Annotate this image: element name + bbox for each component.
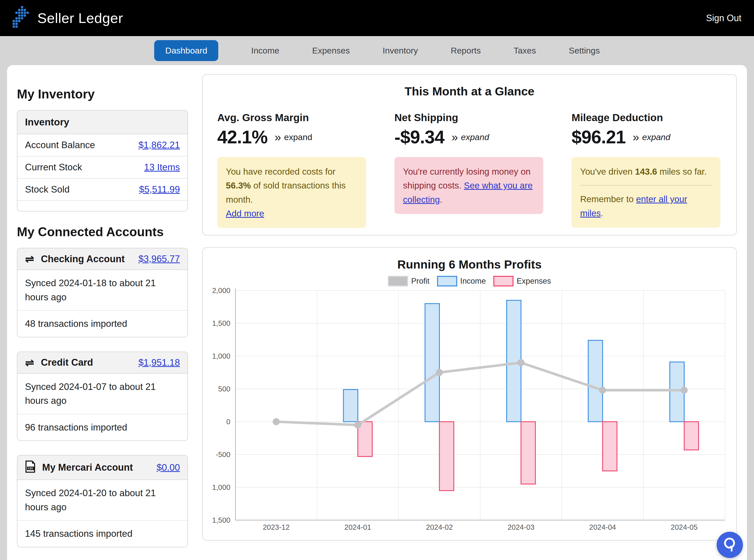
glance-card: This Month at a Glance Avg. Gross Margin… bbox=[202, 74, 737, 236]
account-synced-text: Synced 2024-01-07 to about 21 hours ago bbox=[17, 374, 187, 414]
account-name: My Mercari Account bbox=[42, 462, 133, 473]
account-card-header: ⇌ Credit Card $1,951.18 bbox=[17, 352, 187, 374]
metric-label: Avg. Gross Margin bbox=[217, 112, 366, 124]
inventory-table: Inventory Account Balance $1,862.21 Curr… bbox=[17, 110, 188, 212]
tab-dashboard[interactable]: Dashboard bbox=[154, 40, 218, 61]
metric-gross-margin: Avg. Gross Margin 42.1% » expand You hav… bbox=[217, 112, 366, 228]
legend-item-profit: Profit bbox=[388, 276, 429, 286]
gross-margin-alert: You have recorded costs for 56.3% of sol… bbox=[217, 157, 366, 228]
account-name: Credit Card bbox=[41, 357, 93, 368]
content-panel: My Inventory Inventory Account Balance $… bbox=[7, 65, 747, 560]
account-synced-text: Synced 2024-01-18 to about 21 hours ago bbox=[17, 270, 187, 311]
account-amount-link[interactable]: $0.00 bbox=[157, 462, 180, 473]
metric-value: 42.1% bbox=[217, 127, 267, 147]
divider bbox=[580, 185, 712, 185]
tab-inventory[interactable]: Inventory bbox=[383, 46, 418, 56]
bank-sync-icon: ⇌ bbox=[25, 253, 34, 264]
account-name: Checking Account bbox=[41, 254, 125, 264]
row-label: Stock Sold bbox=[25, 184, 70, 195]
account-card-mercari: CSV My Mercari Account $0.00 Synced 2024… bbox=[17, 455, 188, 547]
chart-legend: Profit Income Expenses bbox=[203, 276, 736, 286]
svg-text:2024-02: 2024-02 bbox=[426, 523, 453, 531]
pixel-arrow-logo-icon bbox=[13, 6, 32, 30]
bank-sync-icon: ⇌ bbox=[25, 357, 34, 368]
chat-bubble-icon bbox=[722, 537, 737, 553]
expenses-swatch-icon bbox=[493, 276, 513, 286]
app-title: Seller Ledger bbox=[37, 10, 123, 26]
chart-title: Running 6 Months Profits bbox=[203, 248, 736, 271]
glance-metrics: Avg. Gross Margin 42.1% » expand You hav… bbox=[203, 98, 736, 228]
metric-value: -$9.34 bbox=[394, 127, 444, 147]
inventory-section-title: My Inventory bbox=[17, 87, 188, 101]
main-nav: Dashboard Income Expenses Inventory Repo… bbox=[0, 36, 754, 65]
legend-item-expenses: Expenses bbox=[493, 276, 551, 286]
expand-control[interactable]: » expand bbox=[451, 131, 489, 143]
svg-text:500: 500 bbox=[218, 385, 230, 393]
double-chevron-icon: » bbox=[633, 131, 639, 143]
table-row-empty bbox=[17, 201, 187, 211]
account-amount-link[interactable]: $3,965.77 bbox=[138, 254, 180, 264]
account-card-checking: ⇌ Checking Account $3,965.77 Synced 2024… bbox=[17, 248, 188, 337]
profits-chart: 2,0001,5001,0005000-500-1,000-1,5002023-… bbox=[213, 287, 728, 536]
double-chevron-icon: » bbox=[274, 131, 281, 143]
table-row: Account Balance $1,862.21 bbox=[17, 134, 187, 157]
sidebar: My Inventory Inventory Account Balance $… bbox=[17, 74, 188, 560]
svg-text:2024-05: 2024-05 bbox=[671, 523, 697, 531]
account-card-header: ⇌ Checking Account $3,965.77 bbox=[17, 248, 187, 270]
svg-text:CSV: CSV bbox=[28, 467, 33, 470]
row-label: Current Stock bbox=[25, 162, 82, 173]
metric-label: Mileage Deduction bbox=[572, 112, 720, 124]
svg-text:2024-03: 2024-03 bbox=[507, 523, 534, 531]
app-header: Seller Ledger Sign Out bbox=[0, 0, 754, 36]
account-amount-link[interactable]: $1,951.18 bbox=[138, 357, 180, 368]
tab-income[interactable]: Income bbox=[251, 46, 279, 56]
inventory-table-header: Inventory bbox=[17, 111, 187, 134]
account-balance-link[interactable]: $1,862.21 bbox=[138, 140, 180, 151]
account-imported-text: 48 transactions imported bbox=[17, 311, 187, 337]
account-card-header: CSV My Mercari Account $0.00 bbox=[17, 456, 187, 480]
csv-file-icon: CSV bbox=[25, 461, 36, 475]
svg-text:2024-04: 2024-04 bbox=[589, 523, 616, 531]
table-row: Current Stock 13 Items bbox=[17, 157, 187, 179]
accounts-section-title: My Connected Accounts bbox=[17, 225, 188, 239]
double-chevron-icon: » bbox=[451, 131, 458, 143]
add-more-link[interactable]: Add more bbox=[226, 208, 264, 218]
svg-text:-1,500: -1,500 bbox=[213, 516, 230, 524]
tab-expenses[interactable]: Expenses bbox=[312, 46, 350, 56]
profit-swatch-icon bbox=[388, 276, 408, 286]
account-synced-text: Synced 2024-01-20 to about 21 hours ago bbox=[17, 480, 187, 521]
glance-title: This Month at a Glance bbox=[203, 75, 736, 98]
expand-control[interactable]: » expand bbox=[274, 131, 312, 143]
table-row: Stock Sold $5,511.99 bbox=[17, 179, 187, 201]
svg-text:0: 0 bbox=[226, 418, 230, 426]
tab-reports[interactable]: Reports bbox=[451, 46, 481, 56]
metric-net-shipping: Net Shipping -$9.34 » expand You're curr… bbox=[394, 112, 543, 228]
svg-text:2,000: 2,000 bbox=[213, 287, 230, 295]
metric-mileage: Mileage Deduction $96.21 » expand You've… bbox=[572, 112, 720, 228]
svg-text:1,000: 1,000 bbox=[213, 352, 230, 360]
expand-control[interactable]: » expand bbox=[633, 131, 670, 143]
svg-text:-500: -500 bbox=[216, 451, 230, 459]
stock-sold-link[interactable]: $5,511.99 bbox=[139, 184, 180, 195]
row-label: Account Balance bbox=[25, 140, 95, 151]
metric-label: Net Shipping bbox=[394, 112, 543, 124]
legend-item-income: Income bbox=[437, 276, 486, 286]
current-stock-link[interactable]: 13 Items bbox=[144, 162, 180, 173]
svg-text:-1,000: -1,000 bbox=[213, 483, 230, 492]
account-imported-text: 145 transactions imported bbox=[17, 521, 187, 547]
tab-taxes[interactable]: Taxes bbox=[513, 46, 536, 56]
mileage-alert: You've driven 143.6 miles so far. Rememb… bbox=[572, 157, 720, 228]
app-logo[interactable]: Seller Ledger bbox=[13, 6, 123, 30]
income-swatch-icon bbox=[437, 276, 457, 286]
sign-out-link[interactable]: Sign Out bbox=[706, 13, 741, 23]
profits-chart-card: Running 6 Months Profits Profit Income E… bbox=[202, 247, 737, 541]
tab-settings[interactable]: Settings bbox=[569, 46, 600, 56]
svg-text:2024-01: 2024-01 bbox=[344, 523, 371, 531]
main-column: This Month at a Glance Avg. Gross Margin… bbox=[202, 74, 737, 560]
net-shipping-alert: You're currently losing money on shippin… bbox=[394, 157, 543, 214]
svg-text:2023-12: 2023-12 bbox=[263, 523, 289, 531]
svg-text:1,500: 1,500 bbox=[213, 319, 230, 327]
help-chat-button[interactable] bbox=[717, 532, 743, 558]
account-imported-text: 96 transactions imported bbox=[17, 414, 187, 441]
account-card-credit: ⇌ Credit Card $1,951.18 Synced 2024-01-0… bbox=[17, 352, 188, 441]
